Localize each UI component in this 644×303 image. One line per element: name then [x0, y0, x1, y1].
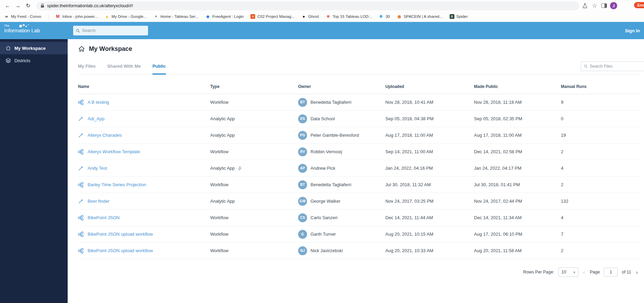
table-row[interactable]: Barley Time Series Projection Workflow B…	[78, 177, 641, 193]
forward-button[interactable]: →	[14, 2, 22, 10]
file-name-link[interactable]: BikePoint JSON upload workflow	[88, 248, 153, 253]
column-header-owner[interactable]: Owner	[298, 84, 385, 89]
bookmark-item[interactable]: ❄ 30	[379, 14, 390, 19]
sidebar-item-label: Districts	[14, 58, 30, 63]
file-name-link[interactable]: BikePoint JSON upload workflow	[88, 232, 153, 237]
c02-project-icon: ≡	[250, 14, 255, 19]
bookmark-item[interactable]: ◆ FreeAgent : Login	[205, 14, 244, 19]
bookmark-item[interactable]: ▲ My Drive - Google...	[105, 14, 147, 19]
bookmark-item[interactable]: ◉ SPACEIN | A shared...	[397, 14, 442, 19]
table-header: NameTypeOwnerUploadedMade PublicManual R…	[78, 75, 641, 94]
table-row[interactable]: BikePoint JSON Workflow CS Carlo Sanzeri…	[78, 210, 641, 226]
made-public-date: Sep 05, 2018, 02:35 PM	[474, 116, 561, 121]
global-search[interactable]	[73, 26, 148, 35]
file-type-label: Analytic App	[210, 199, 235, 204]
column-header-manual-runs[interactable]: Manual Runs	[561, 84, 641, 89]
extension-error-badge[interactable]: Erro	[634, 2, 644, 8]
table-row[interactable]: Beer finder Analytic App GW George Walke…	[78, 193, 641, 210]
manual-runs-count: 2	[561, 182, 641, 187]
column-header-type[interactable]: Type	[210, 84, 298, 89]
bookmark-label: FreeAgent : Login	[212, 14, 244, 19]
manual-runs-count: 7	[561, 232, 641, 237]
owner-name: Garth Turner	[310, 232, 336, 237]
bookmark-item[interactable]: ● Ghost	[301, 14, 319, 19]
uploaded-date: Nov 24, 2017, 03:25 PM	[385, 199, 474, 204]
file-name-link[interactable]: Adi_App	[88, 116, 104, 121]
bookmark-label: Top 15 Tableau LOD...	[332, 14, 372, 19]
owner-avatar: RV	[298, 147, 307, 156]
file-name-link[interactable]: A B testing	[88, 100, 109, 105]
made-public-date: Aug 20, 2021, 11:58 AM	[474, 248, 561, 253]
sidebar-item-my-workspace[interactable]: My Workspace	[0, 42, 68, 54]
manual-runs-count: 4	[561, 166, 641, 171]
bookmark-item[interactable]: + Home - Tableau Ser...	[154, 14, 199, 19]
rows-per-page-label: Rows Per Page:	[523, 270, 554, 274]
analytic-app-icon	[78, 116, 83, 122]
table-row[interactable]: Adi_App Analytic App DS Data School Sep …	[78, 111, 641, 127]
bookmark-item[interactable]: ✳ Top 15 Tableau LOD...	[326, 14, 372, 19]
back-button[interactable]: ←	[3, 2, 12, 10]
next-page-chevron-icon[interactable]: ›	[635, 269, 639, 275]
freeagent-icon: ◆	[205, 14, 210, 19]
file-name-link[interactable]: Alteryx Workflow Template	[88, 149, 140, 154]
table-row[interactable]: Andy Test Analytic App AP Andrew Pick Ja…	[78, 160, 641, 177]
column-header-made-public[interactable]: Made Public	[474, 84, 561, 89]
table-row[interactable]: Alteryx Workflow Template Workflow RV Ro…	[78, 144, 641, 160]
files-search[interactable]	[581, 61, 644, 71]
file-name-link[interactable]: Alteryx Charades	[88, 133, 122, 138]
share-icon[interactable]	[581, 2, 589, 10]
analytic-app-icon	[78, 133, 83, 138]
bookmark-label: My Drive - Google...	[112, 14, 147, 19]
drive-icon: ▲	[105, 14, 110, 19]
page: ← → ↻ spider.theinformationlab.co.uk/alt…	[0, 0, 644, 303]
prev-page-chevron-icon[interactable]: ‹	[583, 269, 586, 275]
made-public-date: Jan 24, 2022, 04:17 PM	[474, 166, 561, 171]
workflow-icon	[78, 248, 83, 254]
tab-public[interactable]: Public	[152, 64, 166, 75]
bookmark-item[interactable]: ≡ C02 Project Manag...	[250, 14, 294, 19]
page-number-input[interactable]	[604, 268, 618, 277]
table-row[interactable]: A B testing Workflow BT Benedetta Taglia…	[78, 94, 641, 111]
bookmark-item[interactable]: ∞ My Feed - Convo	[4, 14, 48, 19]
files-search-input[interactable]	[590, 64, 642, 69]
file-name-link[interactable]: Beer finder	[88, 199, 110, 204]
logo-line2: Information Lab	[4, 27, 68, 33]
address-bar[interactable]: spider.theinformationlab.co.uk/alteryxcl…	[36, 1, 579, 10]
made-public-date: Dec 14, 2021, 02:58 PM	[474, 149, 561, 154]
owner-name: Andrew Pick	[310, 166, 335, 171]
owner-name: Data School	[310, 116, 335, 121]
side-panel-icon[interactable]	[600, 2, 608, 10]
table-row[interactable]: BikePoint JSON upload workflow Workflow …	[78, 243, 641, 259]
tab-shared-with-me[interactable]: Shared With Me	[107, 64, 140, 75]
page-title: My Workspace	[89, 45, 132, 53]
bookmark-item[interactable]: M Inbox - john.power...	[55, 14, 98, 19]
browser-toolbar: ← → ↻ spider.theinformationlab.co.uk/alt…	[0, 0, 644, 11]
global-search-input[interactable]	[82, 28, 145, 33]
column-header-uploaded[interactable]: Uploaded	[385, 84, 474, 89]
url-text: spider.theinformationlab.co.uk/alteryxcl…	[47, 3, 133, 8]
lock-icon	[41, 3, 44, 8]
file-name-link[interactable]: BikePoint JSON	[88, 215, 120, 220]
bookmark-item[interactable]: S Spider	[450, 14, 468, 19]
tab-my-files[interactable]: My Files	[78, 64, 95, 75]
bookmark-star-icon[interactable]: ☆	[591, 2, 598, 10]
sign-in-link[interactable]: Sign In	[625, 28, 640, 33]
profile-avatar[interactable]: J	[610, 2, 617, 9]
file-type-label: Analytic App	[210, 116, 235, 121]
file-name-link[interactable]: Barley Time Series Projection	[88, 182, 146, 187]
file-name-link[interactable]: Andy Test	[88, 166, 107, 171]
page-label: Page	[590, 270, 600, 274]
made-public-date: Aug 17, 2018, 11:00 AM	[474, 133, 561, 138]
bookmark-label: Spider	[456, 14, 468, 19]
gmail-icon: M	[55, 14, 60, 19]
workflow-icon	[78, 215, 83, 221]
sidebar-item-districts[interactable]: Districts	[0, 54, 68, 67]
column-header-name[interactable]: Name	[78, 84, 210, 89]
table-row[interactable]: Alteryx Charades Analytic App PG Peter G…	[78, 127, 641, 144]
refresh-button[interactable]: ↻	[24, 2, 32, 10]
owner-avatar: BT	[298, 180, 307, 189]
owner-name: Peter Gamble-Beresford	[310, 133, 359, 138]
information-lab-logo[interactable]: The Information Lab	[0, 22, 68, 39]
rows-per-page-select[interactable]: 10 ▾	[558, 267, 578, 277]
table-row[interactable]: BikePoint JSON upload workflow Workflow …	[78, 226, 641, 243]
